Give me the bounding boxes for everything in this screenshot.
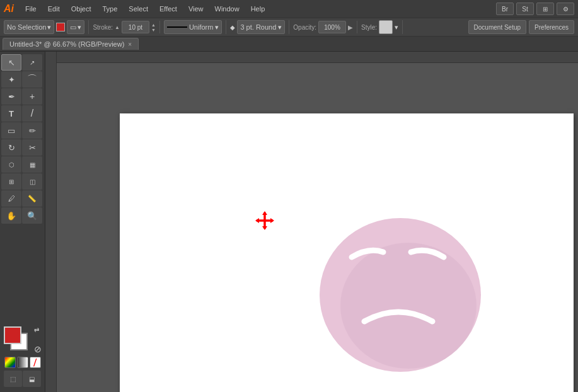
svg-point-1: [340, 243, 477, 369]
magic-wand-tool[interactable]: ✦: [1, 71, 21, 88]
color-mode-btn[interactable]: [4, 357, 16, 368]
pencil-tool[interactable]: ✏: [22, 122, 42, 139]
tool-row-bottom: ⬚ ⬓: [4, 371, 41, 387]
selection-tool[interactable]: ↖: [1, 54, 21, 71]
tool-row-5: ▭ ✏: [1, 122, 43, 139]
toolbox: ↖ ↗ ✦ ⌒ ✒ + T / ▭ ✏ ↻ ✂ ⬡ ▦ ⊞ ◫: [0, 52, 45, 392]
blend-tool[interactable]: ⬡: [1, 156, 21, 173]
tool-row-4: T /: [1, 105, 43, 122]
menu-view[interactable]: View: [183, 4, 209, 14]
illustration-angry-face[interactable]: [309, 202, 485, 378]
stroke-line-preview: [167, 26, 187, 28]
eyedropper-tool[interactable]: 🖊: [1, 190, 21, 207]
gradient-mode-btn[interactable]: [17, 357, 28, 368]
grid-icon-btn[interactable]: ⊞: [536, 3, 554, 15]
scissors-tool[interactable]: ✂: [22, 139, 42, 156]
preferences-button[interactable]: Preferences: [529, 20, 574, 34]
anchor-point-tool[interactable]: +: [22, 88, 42, 105]
menu-edit[interactable]: Edit: [43, 4, 65, 14]
ruler-vertical: [45, 52, 57, 392]
app-logo: Ai: [4, 3, 14, 14]
stock-icon-btn[interactable]: St: [516, 3, 534, 15]
brush-size-dropdown[interactable]: 3 pt. Round ▾: [237, 20, 285, 34]
doc-actions: Document Setup Preferences: [468, 20, 574, 34]
pen-tool[interactable]: ✒: [1, 88, 21, 105]
menu-file[interactable]: File: [20, 4, 42, 14]
chevron-down-icon: ▾: [47, 23, 51, 32]
brush-diamond-icon: ◆: [230, 24, 235, 31]
menu-select[interactable]: Select: [124, 4, 153, 14]
menu-type[interactable]: Type: [98, 4, 123, 14]
tab-close-button[interactable]: ×: [128, 41, 132, 48]
slice-tool[interactable]: ⬓: [23, 371, 41, 387]
chevron-down-icon: ▾: [395, 23, 398, 32]
stroke-label: Stroke:: [93, 24, 113, 31]
line-tool[interactable]: /: [22, 105, 42, 122]
color-mode-row: ⧸: [4, 357, 41, 368]
fill-color-indicator[interactable]: [56, 23, 65, 32]
menu-effect[interactable]: Effect: [154, 4, 182, 14]
svg-marker-7: [270, 218, 274, 223]
tool-row-9: 🖊 📏: [1, 190, 43, 207]
menu-help[interactable]: Help: [246, 4, 270, 14]
stroke-style-dropdown[interactable]: Uniform ▾: [164, 20, 223, 34]
tool-row-3: ✒ +: [1, 88, 43, 105]
menu-bar: Ai File Edit Object Type Select Effect V…: [0, 0, 578, 18]
tool-row-10: ✋ 🔍: [1, 207, 43, 224]
style-group: Style: ▾: [361, 20, 403, 34]
hand-tool[interactable]: ✋: [1, 207, 21, 224]
artboard-tool[interactable]: ⬚: [4, 371, 22, 387]
stroke-up-icon[interactable]: ▲: [115, 25, 120, 30]
swap-colors-icon[interactable]: ⇄: [34, 326, 39, 333]
opacity-input[interactable]: [318, 21, 346, 33]
opacity-group: Opacity: ▶: [293, 21, 357, 33]
lasso-tool[interactable]: ⌒: [22, 71, 42, 88]
type-tool[interactable]: T: [1, 105, 21, 122]
rectangle-tool[interactable]: ▭: [1, 122, 21, 139]
none-color-icon[interactable]: ⊘: [34, 344, 42, 354]
graph-tool[interactable]: ▦: [22, 156, 42, 173]
ruler-horizontal: [57, 52, 578, 63]
direct-selection-tool[interactable]: ↗: [22, 54, 42, 71]
style-preview[interactable]: [379, 20, 393, 34]
selection-group: No Selection ▾ ▭ ▾: [4, 20, 89, 34]
menu-window[interactable]: Window: [210, 4, 245, 14]
gear-icon-btn[interactable]: ⚙: [557, 3, 574, 15]
tool-row-2: ✦ ⌒: [1, 71, 43, 88]
svg-marker-5: [262, 226, 267, 230]
no-selection-dropdown[interactable]: No Selection ▾: [4, 20, 54, 34]
artboard: [120, 113, 574, 392]
stroke-width-input[interactable]: [122, 21, 149, 33]
mesh-tool[interactable]: ⊞: [1, 173, 21, 190]
gradient-tool[interactable]: ◫: [22, 173, 42, 190]
bridge-icon-btn[interactable]: Br: [496, 3, 514, 15]
none-mode-btn[interactable]: ⧸: [30, 357, 41, 368]
zoom-tool[interactable]: 🔍: [22, 207, 42, 224]
canvas-area: [45, 52, 578, 392]
brush-group: ◆ 3 pt. Round ▾: [230, 20, 289, 34]
stroke-spin-up[interactable]: ▲: [151, 23, 156, 27]
stroke-spin-down[interactable]: ▼: [151, 28, 156, 32]
chevron-down-icon: ▾: [215, 23, 219, 32]
brush-size-label: 3 pt. Round: [240, 23, 276, 31]
tool-row-7: ⬡ ▦: [1, 156, 43, 173]
menu-object[interactable]: Object: [66, 4, 96, 14]
svg-marker-6: [255, 218, 259, 223]
fill-mode-dropdown[interactable]: ▭ ▾: [67, 20, 84, 34]
document-tab[interactable]: Untitled-3* @ 66.67% (RGB/Preview) ×: [3, 38, 139, 50]
document-setup-button[interactable]: Document Setup: [468, 20, 527, 34]
stroke-group: Stroke: ▲ ▲ ▼: [93, 21, 160, 33]
no-selection-label: No Selection: [7, 23, 46, 31]
fill-mode-icon: ▭: [70, 23, 76, 32]
rotate-tool[interactable]: ↻: [1, 139, 21, 156]
measure-tool[interactable]: 📏: [22, 190, 42, 207]
tool-row-6: ↻ ✂: [1, 139, 43, 156]
canvas-document[interactable]: [57, 63, 578, 392]
chevron-down-icon: ▾: [278, 23, 282, 32]
move-cursor-icon: [255, 211, 274, 234]
chevron-down-icon: ▾: [78, 23, 81, 32]
fill-swatch[interactable]: [4, 326, 21, 344]
opacity-expand-btn[interactable]: ▶: [348, 24, 353, 31]
options-toolbar: No Selection ▾ ▭ ▾ Stroke: ▲ ▲ ▼ Uniform…: [0, 18, 578, 37]
menu-app-icons: Br St ⊞ ⚙: [496, 3, 574, 15]
